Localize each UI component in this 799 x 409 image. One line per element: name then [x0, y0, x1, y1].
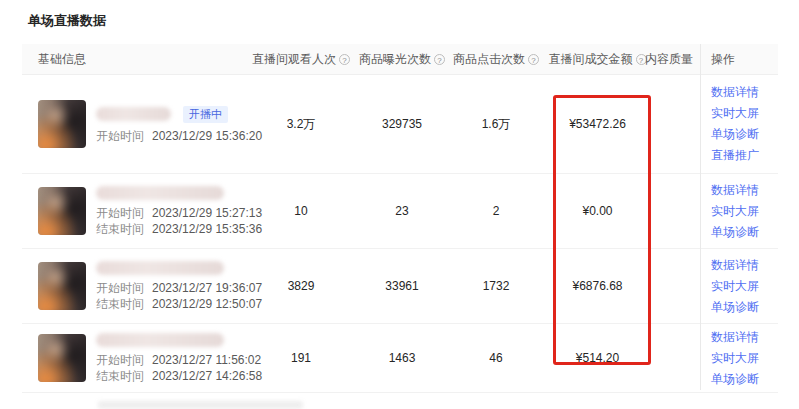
realtime-screen-link[interactable]: 实时大屏: [711, 107, 778, 120]
session-info-cell: 开播中 开始时间2023/12/29 15:36:20: [22, 100, 245, 148]
help-icon[interactable]: ?: [528, 54, 539, 65]
fixed-column-divider: [700, 44, 701, 390]
header-basic-info: 基础信息: [22, 51, 245, 68]
gmv-value: ¥0.00: [545, 204, 650, 218]
session-diagnosis-link[interactable]: 单场诊断: [711, 301, 778, 314]
exposures-value: 329735: [357, 117, 447, 131]
data-detail-link[interactable]: 数据详情: [711, 331, 778, 344]
session-diagnosis-link[interactable]: 单场诊断: [711, 373, 778, 386]
end-time: 结束时间2023/12/29 15:35:36: [96, 222, 262, 236]
redacted-streamer-name: [96, 107, 171, 121]
realtime-screen-link[interactable]: 实时大屏: [711, 352, 778, 365]
gmv-value: ¥6876.68: [545, 279, 650, 293]
viewers-value: 191: [245, 351, 357, 365]
session-diagnosis-link[interactable]: 单场诊断: [711, 128, 778, 141]
table-row: 开始时间2023/12/27 11:56:02 结束时间2023/12/27 1…: [22, 324, 778, 393]
clicks-value: 46: [447, 351, 545, 365]
live-sessions-table: 基础信息 直播间观看人次 ? 商品曝光次数 ? 商品点击次数 ? 直播间成交金额…: [22, 44, 778, 390]
help-icon[interactable]: ?: [339, 54, 350, 65]
redacted-streamer-name: [96, 333, 224, 347]
operations-cell: 数据详情 实时大屏 单场诊断: [700, 174, 778, 248]
live-promotion-link[interactable]: 直播推广: [711, 149, 778, 162]
session-diagnosis-link[interactable]: 单场诊断: [711, 226, 778, 239]
operations-cell: 数据详情 实时大屏 单场诊断 直播推广: [700, 75, 778, 173]
clicks-value: 2: [447, 204, 545, 218]
operations-cell: 数据详情 实时大屏 单场诊断: [700, 249, 778, 323]
streamer-avatar: [38, 262, 86, 310]
start-time: 开始时间2023/12/27 11:56:02: [96, 353, 262, 367]
header-operations: 操作: [700, 44, 778, 74]
gmv-value: ¥53472.26: [545, 117, 650, 131]
faded-bottom-text: [98, 401, 303, 409]
table-row: 开始时间2023/12/27 19:36:07 结束时间2023/12/29 1…: [22, 249, 778, 324]
header-clicks: 商品点击次数 ?: [447, 51, 545, 68]
session-info-cell: 开始时间2023/12/27 11:56:02 结束时间2023/12/27 1…: [22, 333, 245, 383]
table-row: 开始时间2023/12/29 15:27:13 结束时间2023/12/29 1…: [22, 174, 778, 249]
viewers-value: 10: [245, 204, 357, 218]
viewers-value: 3829: [245, 279, 357, 293]
data-detail-link[interactable]: 数据详情: [711, 259, 778, 272]
end-time: 结束时间2023/12/27 14:26:58: [96, 369, 262, 383]
data-detail-link[interactable]: 数据详情: [711, 184, 778, 197]
header-viewers: 直播间观看人次 ?: [245, 51, 357, 68]
realtime-screen-link[interactable]: 实时大屏: [711, 280, 778, 293]
session-info-cell: 开始时间2023/12/27 19:36:07 结束时间2023/12/29 1…: [22, 261, 245, 311]
operations-cell: 数据详情 实时大屏 单场诊断: [700, 324, 778, 392]
redacted-streamer-name: [96, 186, 224, 200]
help-icon[interactable]: ?: [434, 54, 445, 65]
start-time: 开始时间2023/12/29 15:36:20: [96, 129, 262, 143]
header-exposures: 商品曝光次数 ?: [357, 51, 447, 68]
streamer-avatar: [38, 100, 86, 148]
table-row: 开播中 开始时间2023/12/29 15:36:20 3.2万 329735 …: [22, 75, 778, 174]
exposures-value: 23: [357, 204, 447, 218]
table-header-row: 基础信息 直播间观看人次 ? 商品曝光次数 ? 商品点击次数 ? 直播间成交金额…: [22, 44, 778, 75]
streamer-avatar: [38, 334, 86, 382]
streamer-avatar: [38, 187, 86, 235]
page-title: 单场直播数据: [28, 12, 106, 30]
session-info-cell: 开始时间2023/12/29 15:27:13 结束时间2023/12/29 1…: [22, 186, 245, 236]
live-status-badge: 开播中: [183, 106, 228, 123]
gmv-value: ¥514.20: [545, 351, 650, 365]
viewers-value: 3.2万: [245, 116, 357, 133]
exposures-value: 33961: [357, 279, 447, 293]
redacted-streamer-name: [96, 261, 224, 275]
clicks-value: 1.6万: [447, 116, 545, 133]
realtime-screen-link[interactable]: 实时大屏: [711, 205, 778, 218]
start-time: 开始时间2023/12/27 19:36:07: [96, 281, 262, 295]
exposures-value: 1463: [357, 351, 447, 365]
start-time: 开始时间2023/12/29 15:27:13: [96, 206, 262, 220]
header-gmv: 直播间成交金额 ?: [545, 51, 650, 68]
data-detail-link[interactable]: 数据详情: [711, 86, 778, 99]
clicks-value: 1732: [447, 279, 545, 293]
end-time: 结束时间2023/12/29 12:50:07: [96, 297, 262, 311]
